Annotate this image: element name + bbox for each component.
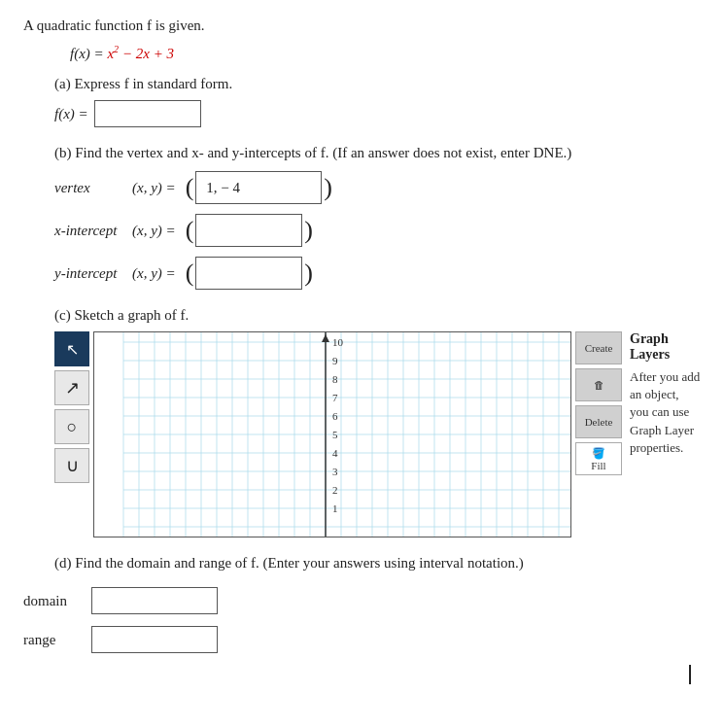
arrow-tool[interactable]: ↗	[54, 370, 89, 405]
function-value: x2 − 2x + 3	[107, 46, 174, 61]
y-intercept-row: y-intercept (x, y) = ( )	[54, 257, 701, 290]
open-paren-y: (	[184, 260, 196, 286]
domain-input[interactable]	[91, 587, 218, 614]
svg-text:6: 6	[332, 410, 338, 422]
close-paren-x: )	[302, 218, 315, 243]
svg-text:7: 7	[332, 392, 338, 403]
vertex-row: vertex (x, y) = ( 1, − 4 )	[54, 171, 701, 204]
x-intercept-label: x-intercept	[54, 223, 132, 239]
svg-text:4: 4	[332, 447, 338, 459]
function-label: f(x) =	[70, 46, 107, 61]
range-row: range	[23, 626, 701, 653]
x-intercept-row: x-intercept (x, y) = ( )	[54, 214, 701, 247]
graph-container: 10 9 8 7 6 5 4 3 2 1	[93, 331, 571, 537]
domain-range-section: domain range	[23, 587, 701, 653]
svg-text:8: 8	[332, 373, 338, 385]
graph-layers-description: After you add an object, you can use Gra…	[630, 368, 701, 457]
svg-text:3: 3	[332, 466, 338, 477]
xy-equals-vertex: (x, y) =	[132, 180, 176, 196]
fx-prefix: f(x) =	[54, 106, 88, 122]
close-paren-vertex: )	[322, 175, 334, 200]
graph-layers-panel: Graph Layers After you add an object, yo…	[630, 331, 701, 457]
graph-section: ↖ ↗ ○ ∪	[54, 331, 701, 537]
delete-label-btn[interactable]: Delete	[575, 405, 622, 438]
intro-text: A quadratic function f is given.	[23, 17, 205, 33]
svg-text:5: 5	[332, 429, 338, 440]
part-a-label: (a) Express f in standard form.	[54, 76, 701, 92]
circle-tool[interactable]: ○	[54, 409, 89, 444]
range-input[interactable]	[91, 626, 218, 653]
svg-text:9: 9	[332, 355, 338, 366]
xy-equals-x: (x, y) =	[132, 223, 176, 239]
part-b-label: (b) Find the vertex and x- and y-interce…	[54, 145, 701, 161]
graph-layers-title: Graph Layers	[630, 331, 701, 363]
svg-text:1: 1	[332, 503, 338, 514]
delete-btn[interactable]: 🗑	[575, 368, 622, 401]
vertex-input-box[interactable]: 1, − 4	[195, 171, 322, 204]
xy-equals-y: (x, y) =	[132, 265, 176, 282]
cursor-indicator	[689, 665, 691, 684]
domain-label: domain	[23, 593, 91, 609]
svg-text:2: 2	[332, 484, 338, 496]
y-intercept-input[interactable]	[195, 257, 302, 290]
parabola-tool[interactable]: ∪	[54, 448, 89, 483]
problem-intro: A quadratic function f is given.	[23, 17, 701, 34]
part-d-section: (d) Find the domain and range of f. (Ent…	[23, 555, 701, 684]
vertex-value: 1, − 4	[202, 180, 244, 196]
open-paren-x: (	[184, 218, 196, 243]
close-paren-y: )	[302, 260, 315, 286]
range-label: range	[23, 632, 91, 648]
cursor-tool[interactable]: ↖	[54, 331, 89, 366]
function-display: f(x) = x2 − 2x + 3	[70, 44, 701, 62]
create-btn[interactable]: Create	[575, 331, 622, 364]
graph-side-tools: Create 🗑 Delete 🪣 Fill	[575, 331, 622, 475]
open-paren-vertex: (	[184, 175, 196, 200]
vertex-label: vertex	[54, 180, 132, 196]
part-c-label: (c) Sketch a graph of f.	[54, 307, 701, 324]
x-intercept-input[interactable]	[195, 214, 302, 247]
svg-text:10: 10	[332, 336, 344, 348]
fill-btn[interactable]: 🪣 Fill	[575, 442, 622, 475]
part-d-label: (d) Find the domain and range of f. (Ent…	[54, 555, 701, 572]
graph-tools: ↖ ↗ ○ ∪	[54, 331, 89, 483]
part-a-input[interactable]	[94, 100, 201, 127]
y-intercept-label: y-intercept	[54, 265, 132, 282]
domain-row: domain	[23, 587, 701, 614]
graph-svg[interactable]: 10 9 8 7 6 5 4 3 2 1	[94, 332, 570, 537]
part-a-row: f(x) =	[54, 100, 701, 127]
